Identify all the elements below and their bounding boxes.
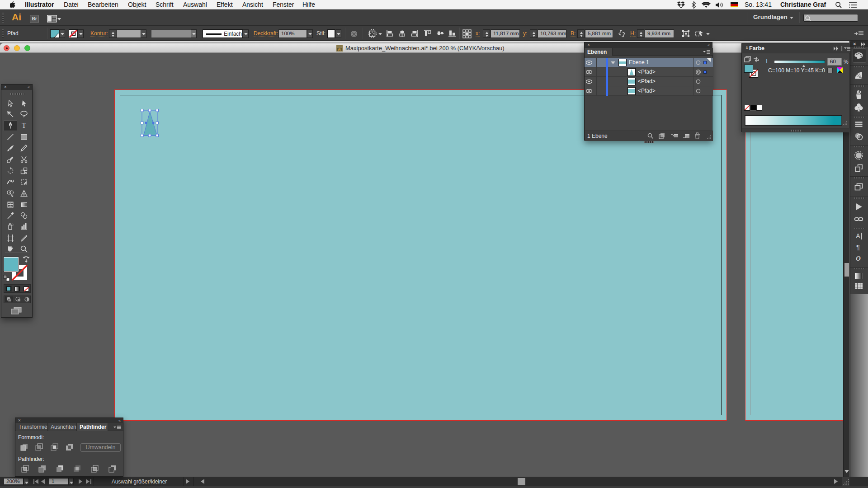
svg-text:Ai: Ai <box>338 47 341 52</box>
svg-text:¶: ¶ <box>856 244 859 251</box>
svg-text:O: O <box>855 255 860 262</box>
svg-text:T: T <box>22 122 26 129</box>
svg-text:A: A <box>856 232 860 239</box>
